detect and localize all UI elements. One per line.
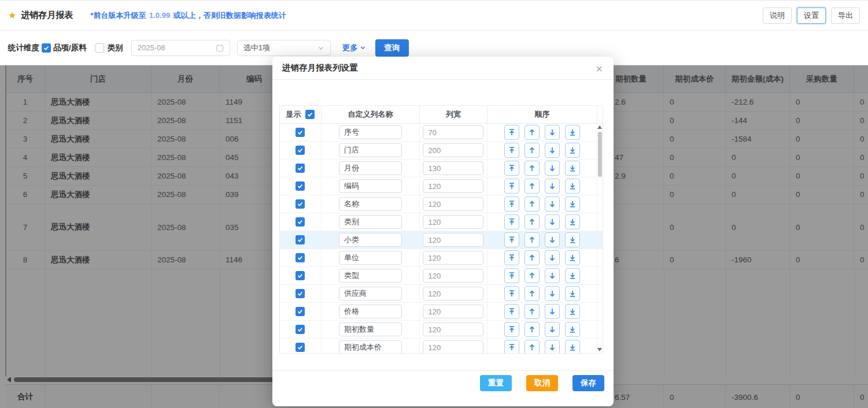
show-checkbox[interactable]: [296, 217, 305, 227]
move-to-top-button[interactable]: [504, 232, 519, 247]
move-down-button[interactable]: [545, 268, 560, 283]
column-width-input[interactable]: [423, 340, 483, 353]
store-select[interactable]: 选中1项: [237, 40, 331, 56]
move-down-button[interactable]: [545, 179, 560, 194]
show-checkbox[interactable]: [296, 289, 305, 298]
move-up-button[interactable]: [525, 250, 540, 265]
move-to-top-button[interactable]: [504, 161, 519, 176]
column-width-input[interactable]: [423, 143, 483, 157]
move-to-top-button[interactable]: [504, 179, 519, 194]
favorite-star-icon[interactable]: ★: [8, 10, 16, 21]
move-down-button[interactable]: [545, 143, 560, 158]
move-down-button[interactable]: [545, 196, 560, 212]
export-button[interactable]: 导出: [831, 8, 860, 24]
move-to-top-button[interactable]: [504, 340, 519, 353]
column-width-input[interactable]: [423, 197, 483, 211]
move-to-top-button[interactable]: [504, 196, 519, 212]
column-width-input[interactable]: [423, 287, 483, 301]
column-name-input[interactable]: [339, 305, 402, 318]
move-to-bottom-button[interactable]: [565, 214, 580, 229]
move-up-button[interactable]: [525, 125, 540, 140]
move-up-button[interactable]: [525, 143, 540, 158]
move-to-bottom-button[interactable]: [565, 286, 580, 301]
column-name-input[interactable]: [339, 215, 402, 229]
move-down-button[interactable]: [545, 250, 560, 265]
move-to-bottom-button[interactable]: [565, 161, 580, 176]
show-checkbox[interactable]: [296, 181, 305, 191]
column-name-input[interactable]: [339, 322, 402, 336]
column-name-input[interactable]: [339, 251, 402, 265]
move-up-button[interactable]: [525, 179, 540, 194]
move-to-bottom-button[interactable]: [565, 304, 580, 319]
move-to-top-button[interactable]: [504, 304, 519, 319]
move-to-top-button[interactable]: [504, 286, 519, 301]
move-up-button[interactable]: [525, 268, 540, 283]
column-width-input[interactable]: [423, 305, 483, 318]
scrollbar-down-arrow[interactable]: [597, 348, 602, 351]
column-width-input[interactable]: [423, 125, 483, 139]
move-down-button[interactable]: [545, 214, 560, 229]
show-checkbox[interactable]: [296, 235, 305, 244]
move-to-bottom-button[interactable]: [565, 340, 580, 353]
show-checkbox[interactable]: [296, 253, 305, 262]
move-to-bottom-button[interactable]: [565, 196, 580, 212]
show-checkbox[interactable]: [296, 199, 305, 209]
move-to-top-button[interactable]: [504, 322, 519, 337]
help-button[interactable]: 说明: [763, 8, 792, 24]
column-name-input[interactable]: [339, 287, 402, 301]
cancel-button[interactable]: 取消: [526, 375, 558, 391]
column-width-input[interactable]: [423, 179, 483, 193]
move-down-button[interactable]: [545, 125, 560, 140]
save-button[interactable]: 保存: [572, 375, 604, 391]
show-checkbox[interactable]: [296, 307, 305, 316]
column-width-input[interactable]: [423, 322, 483, 336]
settings-button[interactable]: 设置: [797, 8, 826, 24]
move-to-bottom-button[interactable]: [565, 268, 580, 283]
show-checkbox[interactable]: [296, 271, 305, 280]
show-checkbox[interactable]: [296, 343, 305, 352]
reset-button[interactable]: 重置: [480, 375, 512, 391]
show-checkbox[interactable]: [296, 146, 305, 155]
column-name-input[interactable]: [339, 340, 402, 353]
move-to-top-button[interactable]: [504, 268, 519, 283]
move-down-button[interactable]: [545, 286, 560, 301]
move-to-bottom-button[interactable]: [565, 232, 580, 247]
column-name-input[interactable]: [339, 161, 402, 175]
move-up-button[interactable]: [525, 340, 540, 353]
show-checkbox[interactable]: [296, 128, 305, 137]
column-width-input[interactable]: [423, 233, 483, 247]
move-up-button[interactable]: [525, 214, 540, 229]
move-to-bottom-button[interactable]: [565, 143, 580, 158]
column-name-input[interactable]: [339, 197, 402, 211]
move-to-bottom-button[interactable]: [565, 179, 580, 194]
column-width-input[interactable]: [423, 269, 483, 283]
close-icon[interactable]: ×: [592, 61, 607, 76]
category-checkbox[interactable]: [95, 43, 104, 53]
move-to-top-button[interactable]: [504, 125, 519, 140]
search-button[interactable]: 查询: [375, 39, 409, 57]
month-picker-input[interactable]: 2025-08: [131, 40, 230, 56]
move-down-button[interactable]: [545, 161, 560, 176]
move-to-bottom-button[interactable]: [565, 125, 580, 140]
move-to-bottom-button[interactable]: [565, 322, 580, 337]
move-to-bottom-button[interactable]: [565, 250, 580, 265]
more-filters-link[interactable]: 更多: [342, 43, 366, 53]
move-up-button[interactable]: [525, 286, 540, 301]
move-to-top-button[interactable]: [504, 143, 519, 158]
move-up-button[interactable]: [525, 232, 540, 247]
move-to-top-button[interactable]: [504, 214, 519, 229]
column-width-input[interactable]: [423, 161, 483, 175]
show-checkbox[interactable]: [296, 164, 305, 173]
move-up-button[interactable]: [525, 304, 540, 319]
column-name-input[interactable]: [339, 143, 402, 157]
move-down-button[interactable]: [545, 304, 560, 319]
move-down-button[interactable]: [545, 232, 560, 247]
move-down-button[interactable]: [545, 340, 560, 353]
item-checkbox[interactable]: [42, 43, 51, 53]
column-name-input[interactable]: [339, 233, 402, 247]
column-width-input[interactable]: [423, 251, 483, 265]
move-up-button[interactable]: [525, 161, 540, 176]
move-up-button[interactable]: [525, 196, 540, 212]
scrollbar-thumb[interactable]: [598, 132, 602, 177]
move-down-button[interactable]: [545, 322, 560, 337]
